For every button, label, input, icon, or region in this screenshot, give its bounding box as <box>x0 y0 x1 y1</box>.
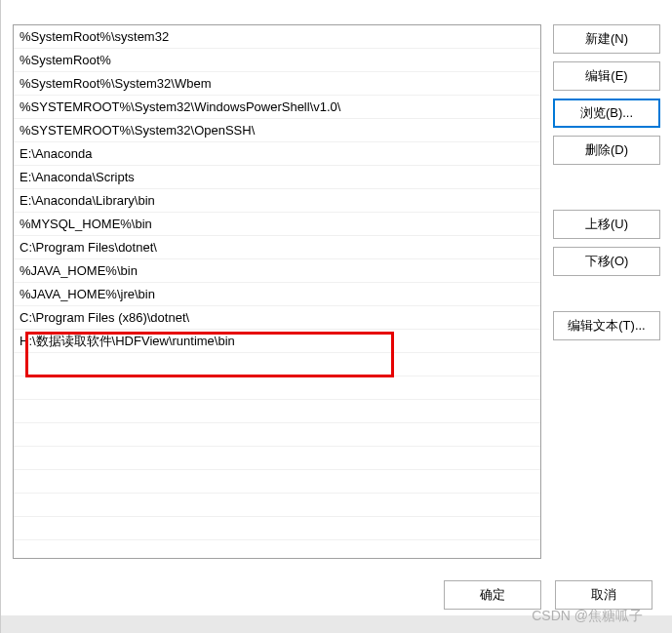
path-row[interactable]: %SYSTEMROOT%\System32\OpenSSH\ <box>14 119 540 142</box>
spacer <box>553 284 660 303</box>
path-list[interactable]: %SystemRoot%\system32%SystemRoot%%System… <box>13 24 541 559</box>
spacer <box>553 173 660 202</box>
path-row[interactable]: %SystemRoot% <box>14 49 540 72</box>
edit-text-button[interactable]: 编辑文本(T)... <box>553 311 660 340</box>
path-row-empty[interactable] <box>14 517 540 540</box>
decorative-shadow <box>1 615 672 633</box>
path-row[interactable]: E:\Anaconda <box>14 142 540 166</box>
path-row-empty[interactable] <box>14 400 540 423</box>
path-row[interactable]: E:\Anaconda\Library\bin <box>14 189 540 213</box>
edit-button[interactable]: 编辑(E) <box>553 61 660 91</box>
path-row-empty[interactable] <box>14 447 540 470</box>
new-button[interactable]: 新建(N) <box>553 24 660 54</box>
path-row[interactable]: %SystemRoot%\system32 <box>14 25 540 49</box>
content-area: %SystemRoot%\system32%SystemRoot%%System… <box>13 5 660 559</box>
path-row[interactable]: C:\Program Files (x86)\dotnet\ <box>14 306 540 330</box>
env-path-dialog: %SystemRoot%\system32%SystemRoot%%System… <box>0 0 672 633</box>
path-row[interactable]: %MYSQL_HOME%\bin <box>14 213 540 236</box>
button-column: 新建(N) 编辑(E) 浏览(B)... 删除(D) 上移(U) 下移(O) 编… <box>553 24 660 559</box>
path-row[interactable]: H:\数据读取软件\HDFView\runtime\bin <box>14 330 540 353</box>
dialog-footer: 确定 取消 <box>444 580 652 610</box>
ok-button[interactable]: 确定 <box>444 580 541 610</box>
path-row[interactable]: %JAVA_HOME%\jre\bin <box>14 283 540 306</box>
path-row-empty[interactable] <box>14 494 540 517</box>
move-down-button[interactable]: 下移(O) <box>553 247 660 276</box>
move-up-button[interactable]: 上移(U) <box>553 210 660 239</box>
path-row-empty[interactable] <box>14 353 540 376</box>
path-row[interactable]: E:\Anaconda\Scripts <box>14 166 540 189</box>
path-row[interactable]: %JAVA_HOME%\bin <box>14 259 540 283</box>
path-row-empty[interactable] <box>14 376 540 400</box>
delete-button[interactable]: 删除(D) <box>553 136 660 165</box>
path-row[interactable]: %SystemRoot%\System32\Wbem <box>14 72 540 96</box>
path-row[interactable]: %SYSTEMROOT%\System32\WindowsPowerShell\… <box>14 96 540 119</box>
path-row-empty[interactable] <box>14 423 540 447</box>
cancel-button[interactable]: 取消 <box>555 580 652 610</box>
path-row-empty[interactable] <box>14 470 540 494</box>
browse-button[interactable]: 浏览(B)... <box>553 99 660 128</box>
path-row[interactable]: C:\Program Files\dotnet\ <box>14 236 540 259</box>
